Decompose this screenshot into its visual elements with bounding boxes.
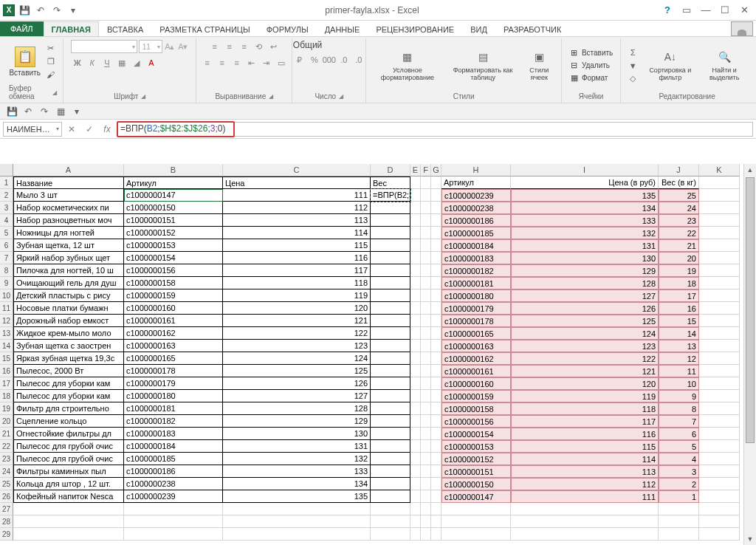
grow-font-icon[interactable]: A▴ <box>164 41 176 52</box>
cell[interactable]: 1 <box>659 490 699 503</box>
cell[interactable]: 3 <box>659 465 699 478</box>
qat-undo-icon[interactable]: ↶ <box>34 4 47 17</box>
cell[interactable]: 22 <box>659 227 699 239</box>
cell[interactable]: Детский пластырь с рису <box>13 289 124 302</box>
tab-data[interactable]: ДАННЫЕ <box>317 21 368 36</box>
cell[interactable]: 113 <box>511 465 659 478</box>
cut-icon[interactable]: ✂ <box>45 42 57 54</box>
cell[interactable]: 125 <box>223 365 371 377</box>
cell[interactable] <box>371 315 410 327</box>
cell[interactable]: с1000000178 <box>441 315 511 327</box>
cell[interactable] <box>371 289 410 302</box>
cell[interactable]: с1000000181 <box>124 402 223 415</box>
fill-icon[interactable]: ▼ <box>627 60 639 72</box>
cell[interactable] <box>371 377 410 390</box>
cell[interactable]: 23 <box>659 214 699 227</box>
row-header[interactable]: 6 <box>0 239 13 252</box>
cell[interactable]: 122 <box>223 327 371 340</box>
cell[interactable]: с1000000180 <box>441 289 511 302</box>
cell[interactable]: Цена <box>223 176 371 189</box>
row-header[interactable]: 23 <box>0 453 13 465</box>
col-header[interactable]: D <box>371 164 410 176</box>
cell[interactable] <box>371 365 410 377</box>
align-right-icon[interactable]: ≡ <box>230 56 244 69</box>
row-header[interactable]: 1 <box>0 176 13 189</box>
cell[interactable] <box>410 503 421 515</box>
cell[interactable] <box>223 515 371 528</box>
format-cells-button[interactable]: ▦Формат <box>568 72 614 84</box>
cell[interactable]: 126 <box>223 377 371 390</box>
cell[interactable]: с1000000158 <box>441 402 511 415</box>
comma-icon[interactable]: 000 <box>323 53 336 66</box>
row-header[interactable]: 20 <box>0 415 13 428</box>
cell[interactable] <box>659 503 699 515</box>
cell[interactable] <box>410 453 421 465</box>
cell[interactable]: 15 <box>659 315 699 327</box>
cell[interactable]: Пылесос для грубой очис <box>13 440 124 453</box>
cell[interactable]: 118 <box>223 277 371 289</box>
scroll-thumb[interactable] <box>746 177 755 443</box>
cell[interactable] <box>410 490 421 503</box>
cell[interactable]: 111 <box>223 189 371 202</box>
cell[interactable] <box>431 227 441 239</box>
row-header[interactable]: 17 <box>0 377 13 390</box>
cell[interactable] <box>421 189 431 202</box>
cell[interactable] <box>371 453 410 465</box>
cell[interactable] <box>699 415 740 428</box>
cell[interactable] <box>410 340 421 352</box>
minimize-icon[interactable]: — <box>697 3 715 18</box>
cell[interactable] <box>371 390 410 402</box>
cell[interactable]: с1000000163 <box>124 340 223 352</box>
cell[interactable] <box>371 528 410 541</box>
cell[interactable] <box>699 402 740 415</box>
cell[interactable] <box>431 189 441 202</box>
cell[interactable] <box>371 440 410 453</box>
cell[interactable]: 124 <box>223 352 371 365</box>
fill-color-icon[interactable]: ◢ <box>130 56 143 69</box>
cell[interactable]: 128 <box>511 277 659 289</box>
cell[interactable] <box>410 402 421 415</box>
row-header[interactable]: 10 <box>0 289 13 302</box>
clear-icon[interactable]: ◇ <box>627 73 639 85</box>
qat-dropdown-icon[interactable]: ▾ <box>66 4 80 17</box>
cell[interactable]: Набор разноцветных моч <box>13 214 124 227</box>
cell[interactable]: 4 <box>659 453 699 465</box>
qat-dropdown-icon[interactable]: ▾ <box>71 106 83 117</box>
cell[interactable]: 16 <box>659 302 699 315</box>
inc-decimal-icon[interactable]: .0 <box>337 53 351 66</box>
cell[interactable]: Яркая зубная щетка 19,3с <box>13 352 124 365</box>
cell[interactable] <box>410 365 421 377</box>
file-tab[interactable]: ФАЙЛ <box>0 21 44 36</box>
number-format-select[interactable]: Общий <box>293 40 357 50</box>
shrink-font-icon[interactable]: A▾ <box>177 41 189 52</box>
cell[interactable] <box>371 327 410 340</box>
cell[interactable] <box>13 515 124 528</box>
cell[interactable] <box>421 390 431 402</box>
wrap-text-icon[interactable]: ↩ <box>267 40 281 53</box>
cell[interactable] <box>431 428 441 440</box>
cell[interactable]: 122 <box>511 352 659 365</box>
cell[interactable] <box>699 465 740 478</box>
cell[interactable]: 116 <box>223 252 371 264</box>
cell[interactable]: 13 <box>659 340 699 352</box>
row-header[interactable]: 22 <box>0 440 13 453</box>
cell-styles-button[interactable]: ▣Стили ячеек <box>523 49 555 82</box>
cell[interactable] <box>371 515 410 528</box>
cell[interactable] <box>421 377 431 390</box>
cell[interactable]: Мыло 3 шт <box>13 189 124 202</box>
cell[interactable] <box>699 214 740 227</box>
qat-calc-icon[interactable]: ▦ <box>55 106 66 117</box>
cell[interactable] <box>699 340 740 352</box>
name-box[interactable]: НАИМЕН… <box>3 122 62 137</box>
font-name-select[interactable] <box>71 40 137 53</box>
cell[interactable]: 119 <box>223 289 371 302</box>
cell[interactable]: 129 <box>223 415 371 428</box>
cell[interactable]: Зубная щетка с заострен <box>13 340 124 352</box>
cell[interactable] <box>431 503 441 515</box>
cell[interactable] <box>699 515 740 528</box>
cell[interactable]: 134 <box>223 478 371 490</box>
cell[interactable]: с1000000165 <box>124 352 223 365</box>
formula-input[interactable]: =ВПР(B2;$H$2:$J$26;3;0) <box>117 122 753 137</box>
cell[interactable]: с1000000239 <box>124 490 223 503</box>
cell[interactable] <box>431 289 441 302</box>
